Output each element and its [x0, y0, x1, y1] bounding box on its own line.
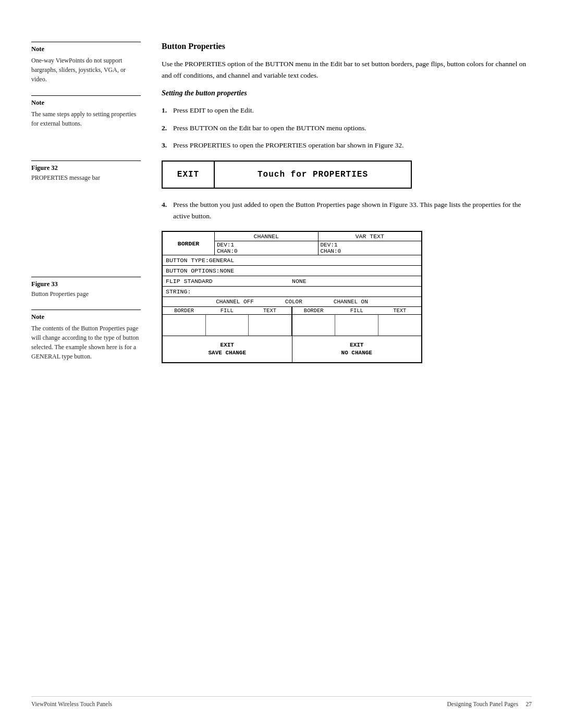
- sidebar-figure-33: Figure 33 Button Properties page: [31, 277, 141, 298]
- page-footer: ViewPoint Wireless Touch Panels Designin…: [31, 696, 532, 707]
- color-section: CHANNEL OFF COLOR CHANNEL ON BORDER FILL…: [163, 297, 421, 336]
- color-cells: [163, 315, 421, 336]
- exit-no-line1: EXIT: [350, 341, 363, 349]
- channel-col: CHANNEL DEV:1 CHAN:0: [215, 232, 319, 255]
- figure33-panel: BORDER CHANNEL DEV:1 CHAN:0 VAR TEXT DEV…: [162, 231, 422, 363]
- exit-nochange-button[interactable]: EXIT NO CHANGE: [292, 336, 422, 362]
- exit-save-line2: SAVE CHANGE: [208, 349, 246, 357]
- string-row: STRING:: [163, 287, 421, 297]
- color-label: COLOR: [285, 299, 302, 305]
- step-4-num: 4.: [162, 199, 173, 211]
- step-2-num: 2.: [162, 122, 173, 134]
- main-content: Button Properties Use the PROPERTIES opt…: [156, 42, 532, 686]
- cell-text-off[interactable]: [249, 315, 292, 336]
- exit-no-line2: NO CHANGE: [341, 349, 372, 357]
- step-3-num: 3.: [162, 140, 173, 151]
- channel-chan: CHAN:0: [217, 248, 316, 254]
- step-1: 1. Press EDIT to open the Edit.: [162, 105, 532, 116]
- step-2-text: Press BUTTON on the Edit bar to open the…: [173, 122, 532, 134]
- step-3-text: Press PROPERTIES to open the PROPERTIES …: [173, 140, 532, 151]
- col-border-right: BORDER: [292, 307, 336, 314]
- vartext-chan: CHAN:0: [321, 248, 420, 254]
- note3-text: The contents of the Button Properties pa…: [31, 324, 141, 361]
- cell-fill-on[interactable]: [335, 315, 378, 336]
- color-cell-group-right: [292, 315, 422, 336]
- step-4: 4. Press the button you just added to op…: [162, 199, 532, 221]
- note3-label: Note: [31, 313, 141, 321]
- body-text: Use the PROPERTIES option of the BUTTON …: [162, 58, 532, 81]
- channel-dev: DEV:1: [217, 242, 316, 248]
- sidebar-note-1: Note One-way ViewPoints do not support b…: [31, 42, 141, 84]
- steps-list: 1. Press EDIT to open the Edit. 2. Press…: [162, 105, 532, 151]
- exit-save-button[interactable]: EXIT SAVE CHANGE: [163, 336, 292, 362]
- step-2: 2. Press BUTTON on the Edit bar to open …: [162, 122, 532, 134]
- color-header: CHANNEL OFF COLOR CHANNEL ON: [163, 297, 421, 307]
- border-label: BORDER: [163, 232, 215, 255]
- footer-page: 27: [526, 701, 532, 707]
- subsection-title: Setting the button properties: [162, 89, 532, 97]
- col-text-right: TEXT: [378, 307, 422, 314]
- color-on-label: CHANNEL ON: [334, 299, 368, 305]
- figure33-label: Figure 33: [31, 280, 141, 288]
- button-options-row: BUTTON OPTIONS:NONE: [163, 266, 421, 276]
- cell-border-on[interactable]: [292, 315, 336, 336]
- channel-header: CHANNEL: [215, 232, 318, 241]
- cell-fill-off[interactable]: [206, 315, 249, 336]
- figure32-bar: EXIT Touch for PROPERTIES: [162, 161, 412, 189]
- fig32-touch-label: Touch for PROPERTIES: [215, 162, 411, 188]
- figure32-caption: PROPERTIES message bar: [31, 174, 141, 182]
- figure33-caption: Button Properties page: [31, 290, 141, 298]
- flip-left: FLIP STANDARD: [166, 278, 292, 285]
- col-border-left: BORDER: [163, 307, 205, 314]
- fig32-exit-button[interactable]: EXIT: [163, 162, 215, 188]
- note2-text: The same steps apply to setting properti…: [31, 109, 141, 128]
- color-cell-group-left: [163, 315, 292, 336]
- color-sub-left: BORDER FILL TEXT: [163, 307, 292, 314]
- section-title: Button Properties: [162, 42, 532, 51]
- exit-save-line1: EXIT: [221, 341, 234, 349]
- vartext-header: VAR TEXT: [319, 232, 422, 241]
- exit-row: EXIT SAVE CHANGE EXIT NO CHANGE: [163, 336, 421, 362]
- footer-right: Designing Touch Panel Pages 27: [447, 701, 532, 707]
- sidebar-note-2: Note The same steps apply to setting pro…: [31, 95, 141, 128]
- vartext-col: VAR TEXT DEV:1 CHAN:0: [319, 232, 422, 255]
- color-sub-right: BORDER FILL TEXT: [292, 307, 422, 314]
- footer-left: ViewPoint Wireless Touch Panels: [31, 701, 112, 707]
- step-4-text: Press the button you just added to open …: [173, 199, 532, 221]
- flip-row: FLIP STANDARD NONE: [163, 276, 421, 287]
- vartext-dev: DEV:1: [321, 242, 420, 248]
- button-type-row: BUTTON TYPE:GENERAL: [163, 255, 421, 266]
- channel-rows: DEV:1 CHAN:0: [215, 241, 318, 255]
- color-subheader: BORDER FILL TEXT BORDER FILL TEXT: [163, 307, 421, 315]
- cell-text-on[interactable]: [378, 315, 421, 336]
- fig33-header-row: BORDER CHANNEL DEV:1 CHAN:0 VAR TEXT DEV…: [163, 232, 421, 255]
- color-off-label: CHANNEL OFF: [216, 299, 254, 305]
- col-fill-right: FILL: [335, 307, 378, 314]
- step-1-num: 1.: [162, 105, 173, 116]
- col-fill-left: FILL: [205, 307, 248, 314]
- note1-text: One-way ViewPoints do not support bargra…: [31, 56, 141, 84]
- steps-list-2: 4. Press the button you just added to op…: [162, 199, 532, 221]
- figure32-label: Figure 32: [31, 164, 141, 172]
- note1-label: Note: [31, 45, 141, 53]
- note2-label: Note: [31, 99, 141, 107]
- flip-right: NONE: [292, 278, 418, 285]
- sidebar-note-3: Note The contents of the Button Properti…: [31, 310, 141, 361]
- step-1-text: Press EDIT to open the Edit.: [173, 105, 532, 116]
- step-3: 3. Press PROPERTIES to open the PROPERTI…: [162, 140, 532, 151]
- sidebar: Note One-way ViewPoints do not support b…: [31, 42, 156, 686]
- vartext-rows: DEV:1 CHAN:0: [319, 241, 422, 255]
- col-text-left: TEXT: [248, 307, 291, 314]
- cell-border-off[interactable]: [163, 315, 206, 336]
- sidebar-figure-32: Figure 32 PROPERTIES message bar: [31, 161, 141, 182]
